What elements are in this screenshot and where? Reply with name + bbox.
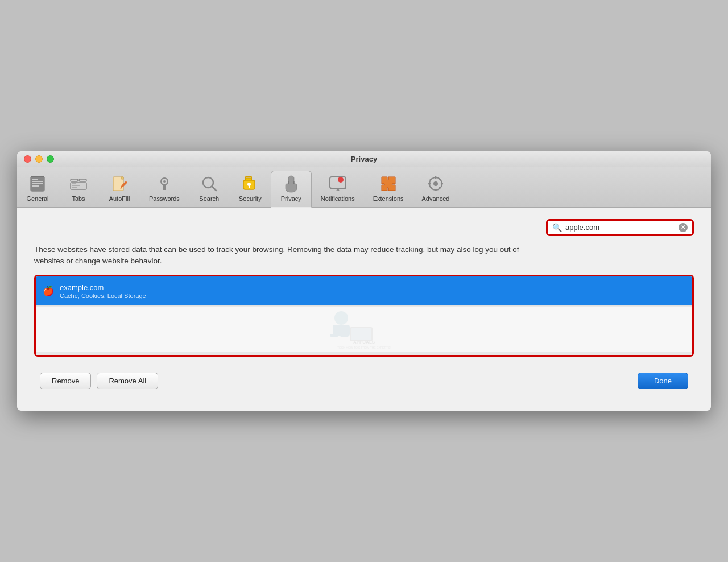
remove-button[interactable]: Remove <box>40 373 91 389</box>
toolbar-item-search[interactable]: Search <box>189 171 230 206</box>
svg-rect-18 <box>163 184 166 190</box>
privacy-icon <box>281 173 301 194</box>
svg-point-44 <box>334 311 348 325</box>
website-list: 🍎 example.com Cache, Cookies, Local Stor… <box>34 275 694 357</box>
svg-rect-4 <box>32 185 39 187</box>
svg-line-21 <box>212 187 216 191</box>
search-toolbar-icon <box>199 173 220 194</box>
watermark: APPUALS TECH HOW-TO'S FROM THE EXPERTS! <box>313 307 415 352</box>
search-clear-button[interactable]: ✕ <box>679 223 688 232</box>
website-info: example.com Cache, Cookies, Local Storag… <box>60 283 146 299</box>
security-icon <box>240 173 260 194</box>
content-area: 🔍 ✕ These websites have stored data that… <box>17 208 711 411</box>
svg-rect-2 <box>32 181 43 182</box>
done-button[interactable]: Done <box>638 373 688 389</box>
search-input[interactable] <box>565 223 675 232</box>
advanced-label: Advanced <box>422 195 450 202</box>
traffic-lights <box>24 155 54 163</box>
privacy-label: Privacy <box>281 195 301 202</box>
svg-rect-37 <box>435 189 437 191</box>
maximize-button[interactable] <box>47 155 54 163</box>
toolbar: General Tabs <box>17 167 711 208</box>
toolbar-item-security[interactable]: Security <box>230 171 271 206</box>
general-label: General <box>26 195 48 202</box>
svg-rect-36 <box>435 176 437 179</box>
watermark-row: APPUALS TECH HOW-TO'S FROM THE EXPERTS! <box>36 307 692 353</box>
remove-all-button[interactable]: Remove All <box>97 373 158 389</box>
autofill-label: AutoFill <box>109 195 130 202</box>
minimize-button[interactable] <box>35 155 43 163</box>
description-text: These websites have stored data that can… <box>34 244 546 267</box>
toolbar-item-notifications[interactable]: Notifications <box>312 171 364 206</box>
toolbar-item-general[interactable]: General <box>17 171 58 206</box>
tabs-icon <box>68 173 89 194</box>
svg-rect-3 <box>32 183 43 184</box>
title-bar: Privacy <box>17 151 711 167</box>
preferences-window: Privacy General <box>17 151 711 411</box>
site-apple-icon: 🍎 <box>43 286 54 297</box>
toolbar-item-tabs[interactable]: Tabs <box>58 171 99 206</box>
search-row: 🔍 ✕ <box>34 219 694 236</box>
website-name: example.com <box>60 283 146 292</box>
svg-text:APPUALS: APPUALS <box>353 340 375 345</box>
website-list-item[interactable]: 🍎 example.com Cache, Cookies, Local Stor… <box>36 276 692 306</box>
general-icon <box>27 173 48 194</box>
svg-rect-39 <box>441 183 443 184</box>
svg-point-35 <box>433 181 438 186</box>
search-box: 🔍 ✕ <box>546 219 694 236</box>
search-icon: 🔍 <box>552 223 562 232</box>
security-label: Security <box>239 195 262 202</box>
extensions-icon <box>378 173 399 194</box>
svg-rect-46 <box>330 334 338 337</box>
svg-rect-38 <box>428 183 431 184</box>
svg-rect-49 <box>351 328 371 340</box>
svg-text:TECH HOW-TO'S FROM THE EXPERTS: TECH HOW-TO'S FROM THE EXPERTS! <box>337 346 390 349</box>
tabs-label: Tabs <box>72 195 85 202</box>
empty-row <box>36 354 692 355</box>
toolbar-item-extensions[interactable]: Extensions <box>364 171 413 206</box>
extensions-label: Extensions <box>373 195 404 202</box>
passwords-icon <box>154 173 175 194</box>
bottom-bar: Remove Remove All Done <box>34 365 694 397</box>
toolbar-item-passwords[interactable]: Passwords <box>140 171 189 206</box>
notification-badge <box>338 177 344 183</box>
website-sub: Cache, Cookies, Local Storage <box>60 292 146 299</box>
svg-rect-26 <box>249 185 250 188</box>
advanced-icon <box>425 173 446 194</box>
svg-rect-47 <box>340 334 349 337</box>
toolbar-item-advanced[interactable]: Advanced <box>413 171 459 206</box>
passwords-label: Passwords <box>149 195 180 202</box>
toolbar-item-autofill[interactable]: AutoFill <box>99 171 140 206</box>
toolbar-item-privacy[interactable]: Privacy <box>271 171 312 208</box>
close-button[interactable] <box>24 155 31 163</box>
svg-rect-6 <box>79 179 86 181</box>
svg-rect-1 <box>32 179 38 180</box>
notifications-label: Notifications <box>321 195 355 202</box>
list-inner: APPUALS TECH HOW-TO'S FROM THE EXPERTS! <box>36 306 692 355</box>
autofill-icon <box>109 173 130 194</box>
svg-rect-5 <box>71 179 78 181</box>
notifications-icon <box>328 173 348 194</box>
window-title: Privacy <box>351 155 377 163</box>
search-label: Search <box>199 195 219 202</box>
svg-rect-13 <box>121 177 123 179</box>
list-empty-area: APPUALS TECH HOW-TO'S FROM THE EXPERTS! <box>36 306 692 355</box>
svg-point-19 <box>163 180 166 183</box>
